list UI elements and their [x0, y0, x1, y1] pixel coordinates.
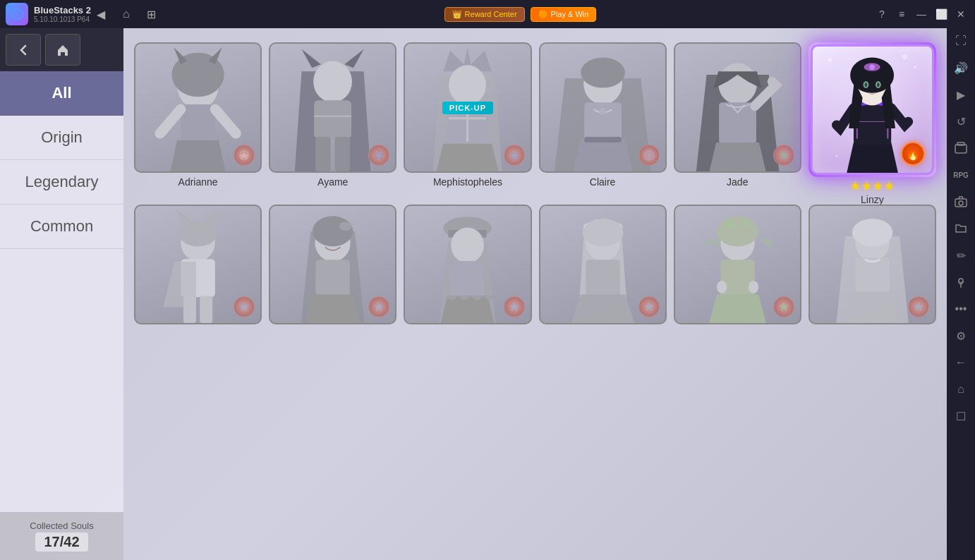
card-frame-claire: [539, 42, 667, 173]
square-icon[interactable]: ☐: [948, 403, 974, 429]
reward-center-button[interactable]: 👑 Reward Center: [444, 7, 525, 22]
play-win-button[interactable]: 🟠 Play & Win: [531, 7, 597, 22]
settings-icon[interactable]: ⚙: [948, 323, 974, 348]
close-button[interactable]: ✕: [952, 6, 969, 23]
character-card-linzy[interactable]: 🔥 ★ ★ ★ ★ Linzy: [809, 42, 936, 197]
rpg-icon[interactable]: RPG: [948, 162, 974, 188]
app-info: BlueStacks 2 5.10.10.1013 P64: [34, 5, 91, 23]
filter-nav-buttons: [0, 28, 123, 71]
svg-point-6: [959, 279, 963, 283]
filter-legendary[interactable]: Legendary: [0, 160, 123, 205]
character-card-row2-6[interactable]: [809, 205, 936, 346]
svg-point-42: [179, 221, 217, 247]
svg-point-18: [581, 58, 625, 88]
jade-name: Jade: [727, 176, 748, 188]
adrianne-emblem: [234, 145, 255, 166]
svg-point-66: [852, 219, 892, 246]
filter-all[interactable]: All: [0, 71, 123, 116]
character-card-jade[interactable]: Jade: [674, 42, 801, 197]
card-frame-row2-6: [809, 205, 936, 324]
svg-point-47: [313, 216, 353, 246]
filter-common[interactable]: Common: [0, 205, 123, 249]
jade-emblem: [773, 145, 794, 166]
folder-icon[interactable]: [948, 216, 974, 241]
character-card-claire[interactable]: Claire: [539, 42, 667, 197]
volume-icon[interactable]: 🔊: [948, 55, 974, 80]
linzy-emblem: 🔥: [901, 142, 925, 166]
claire-emblem: [638, 145, 660, 166]
svg-rect-30: [874, 142, 888, 173]
card-frame-adrianne: [134, 42, 262, 173]
character-card-ayame[interactable]: Ayame: [269, 42, 396, 197]
character-card-row2-4[interactable]: [539, 205, 667, 346]
filter-origin[interactable]: Origin: [0, 116, 123, 160]
svg-point-15: [449, 65, 486, 105]
star-3: ★: [873, 179, 883, 193]
svg-point-48: [339, 221, 352, 231]
pickup-badge: PICK-UP: [442, 102, 493, 114]
edit-icon[interactable]: ✏: [948, 243, 974, 268]
home-icon[interactable]: ⌂: [948, 377, 974, 402]
svg-point-20: [599, 108, 606, 115]
linzy-name: Linzy: [861, 194, 884, 205]
svg-rect-52: [452, 261, 485, 298]
character-card-row2-5[interactable]: [674, 205, 801, 346]
help-button[interactable]: ?: [873, 6, 890, 23]
home-nav-button[interactable]: ⌂: [116, 4, 136, 24]
app-logo: [6, 3, 28, 25]
svg-point-63: [717, 281, 727, 293]
adrianne-name: Adrianne: [178, 176, 218, 188]
card-frame-jade: [674, 42, 801, 173]
svg-point-28: [835, 154, 838, 157]
filter-back-button[interactable]: [6, 34, 41, 66]
filter-home-button[interactable]: [45, 34, 80, 66]
minimize-button[interactable]: —: [913, 6, 930, 23]
character-card-adrianne[interactable]: Adrianne: [134, 42, 262, 197]
filter-list: All Origin Legendary Common: [0, 71, 123, 512]
restore-button[interactable]: ⬜: [933, 6, 950, 23]
more-options-icon[interactable]: •••: [948, 296, 974, 322]
title-bar: BlueStacks 2 5.10.10.1013 P64 ◀ ⌂ ⊞ 👑 Re…: [0, 0, 975, 28]
sync-icon[interactable]: ↺: [948, 109, 974, 134]
row2-3-emblem: [504, 296, 525, 317]
svg-point-60: [725, 221, 734, 230]
character-card-row2-3[interactable]: [404, 205, 531, 346]
star-1: ★: [850, 179, 860, 193]
svg-marker-1: [13, 11, 20, 18]
collected-souls-label: Collected Souls: [11, 521, 112, 531]
svg-point-22: [647, 153, 651, 157]
svg-point-39: [864, 83, 867, 87]
row2-5-emblem: [773, 296, 794, 317]
svg-point-59: [717, 216, 758, 246]
fullscreen-icon[interactable]: ⛶: [948, 28, 974, 54]
collected-souls-section: Collected Souls 17/42: [0, 512, 123, 560]
multi-instance-button[interactable]: ⊞: [142, 4, 162, 24]
character-card-mephistopheles[interactable]: PICK-UP Mephistopheles: [404, 42, 531, 197]
svg-point-26: [914, 66, 916, 68]
camera-icon[interactable]: [948, 189, 974, 214]
star-4: ★: [884, 179, 894, 193]
record-icon[interactable]: ▶: [948, 82, 974, 107]
card-frame-row2-4: [539, 205, 667, 324]
crown-icon: 👑: [452, 10, 462, 19]
game-center-icon[interactable]: [948, 135, 974, 161]
svg-point-56: [582, 219, 622, 246]
menu-button[interactable]: ≡: [893, 6, 910, 23]
back-icon[interactable]: ←: [948, 350, 974, 375]
mephistopheles-name: Mephistopheles: [433, 176, 502, 188]
svg-point-64: [748, 281, 758, 293]
character-card-row2-1[interactable]: [134, 205, 262, 346]
card-frame-row2-1: [134, 205, 262, 324]
row2-1-emblem: [234, 296, 255, 317]
svg-rect-3: [957, 142, 964, 145]
svg-rect-2: [955, 145, 967, 153]
svg-rect-49: [316, 260, 350, 296]
row2-6-emblem: [908, 296, 929, 317]
location-icon[interactable]: [948, 269, 974, 295]
svg-point-25: [828, 58, 832, 62]
card-frame-mephistopheles: PICK-UP: [404, 42, 531, 173]
back-button[interactable]: ◀: [91, 4, 111, 24]
star-2: ★: [861, 179, 871, 193]
character-card-row2-2[interactable]: [269, 205, 396, 346]
svg-rect-24: [719, 102, 756, 144]
